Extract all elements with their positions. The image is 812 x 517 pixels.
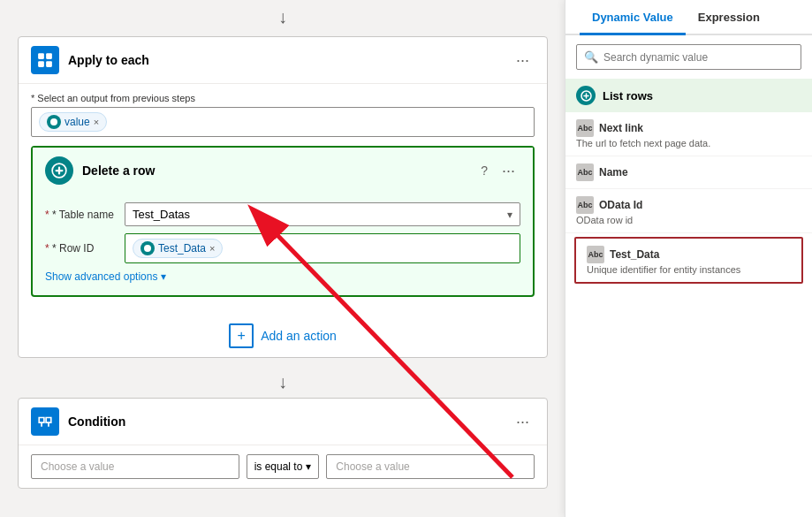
condition-block: Condition ··· Choose a value is equal to… [18,398,548,489]
table-name-label: * * Table name [45,209,116,221]
odata-id-title: Abc OData Id [576,196,801,214]
apply-to-each-body: * Select an output from previous steps v… [19,84,547,146]
delete-row-menu[interactable]: ··· [497,160,520,182]
value-token-icon [47,115,61,129]
advanced-options-toggle[interactable]: Show advanced options ▾ [45,270,520,283]
condition-body: Choose a value is equal to ▾ Choose a va… [19,445,547,488]
apply-to-each-block: Apply to each ··· * Select an output fro… [18,36,548,358]
odata-id-item[interactable]: Abc OData Id OData row id [565,189,812,233]
top-connector-arrow: ↓ [18,0,548,36]
row-id-input[interactable]: Test_Data × [125,233,520,263]
table-name-select[interactable]: Test_Datas ▾ [125,202,520,226]
abc-icon-next-link: Abc [576,119,594,137]
search-input[interactable] [603,51,793,64]
delete-row-title: Delete a row [82,163,481,178]
apply-to-each-menu[interactable]: ··· [511,49,535,72]
is-equal-select[interactable]: is equal to ▾ [247,454,320,479]
value-token-close[interactable]: × [94,117,99,127]
is-equal-chevron-icon: ▾ [306,460,311,473]
test-data-item[interactable]: Abc Test_Data Unique identifier for enti… [576,239,801,282]
add-action-area: + Add an action [19,309,547,357]
svg-point-6 [144,245,151,252]
choose-value-1[interactable]: Choose a value [31,454,239,479]
add-action-icon: + [229,323,254,348]
next-link-desc: The url to fetch next page data. [576,138,801,148]
list-rows-section-icon [576,86,596,105]
svg-rect-0 [38,53,44,59]
delete-row-header: Delete a row ? ··· [33,148,533,194]
test-data-item-highlighted: Abc Test_Data Unique identifier for enti… [574,237,803,284]
svg-rect-1 [46,53,52,59]
row-id-token-text: Test_Data [158,242,206,255]
tab-dynamic-value[interactable]: Dynamic Value [580,0,686,35]
abc-icon-test-data: Abc [587,246,604,263]
select-arrow-icon: ▾ [507,209,512,221]
row-id-row: * * Row ID Test_Data × [45,233,520,263]
svg-rect-3 [46,61,52,67]
help-icon[interactable]: ? [481,163,488,178]
choose-value-2[interactable]: Choose a value [326,454,535,479]
middle-connector-arrow: ↓ [18,367,548,398]
value-token: value × [39,112,107,132]
search-box[interactable]: 🔍 [576,44,801,70]
row-id-label: * * Row ID [45,242,116,255]
delete-row-icon [45,156,73,185]
apply-to-each-title: Apply to each [68,53,511,67]
list-rows-section-title: List rows [603,89,653,103]
row-id-token-close[interactable]: × [209,243,215,254]
add-action-button[interactable]: + Add an action [229,323,337,348]
test-data-title: Abc Test_Data [587,246,791,263]
right-panel: Dynamic Value Expression 🔍 List rows Abc… [565,0,812,517]
abc-icon-name: Abc [576,163,594,181]
search-icon: 🔍 [584,50,598,64]
name-item[interactable]: Abc Name [565,156,812,189]
condition-icon [31,407,59,436]
condition-header: Condition ··· [19,399,547,445]
odata-id-desc: OData row id [576,215,801,225]
test-data-desc: Unique identifier for entity instances [587,264,791,275]
chevron-down-icon: ▾ [161,270,166,283]
delete-row-body: * * Table name Test_Datas ▾ * * Row ID [33,194,533,295]
add-action-label: Add an action [261,329,337,343]
table-name-row: * * Table name Test_Datas ▾ [45,202,520,226]
name-title: Abc Name [576,163,801,181]
row-id-token-icon [140,241,155,255]
list-rows-section-header: List rows [565,79,812,112]
condition-menu[interactable]: ··· [511,411,535,433]
row-id-token: Test_Data × [133,239,223,258]
apply-to-each-header: Apply to each ··· [19,37,547,84]
delete-row-block: Delete a row ? ··· * * Table name Test_D… [31,146,535,297]
tab-expression[interactable]: Expression [686,0,772,35]
next-link-item[interactable]: Abc Next link The url to fetch next page… [565,112,812,156]
svg-rect-2 [38,61,44,67]
select-output-input[interactable]: value × [31,107,535,137]
condition-title: Condition [68,414,511,429]
apply-to-each-icon [31,46,59,74]
svg-point-4 [50,118,57,125]
abc-icon-odata: Abc [576,196,594,214]
value-token-text: value [65,116,90,128]
next-link-title: Abc Next link [576,119,801,137]
panel-tabs: Dynamic Value Expression [565,0,812,35]
select-output-label: * Select an output from previous steps [31,93,535,103]
main-area: ↓ Apply to each ··· * Select an output f… [0,0,565,517]
